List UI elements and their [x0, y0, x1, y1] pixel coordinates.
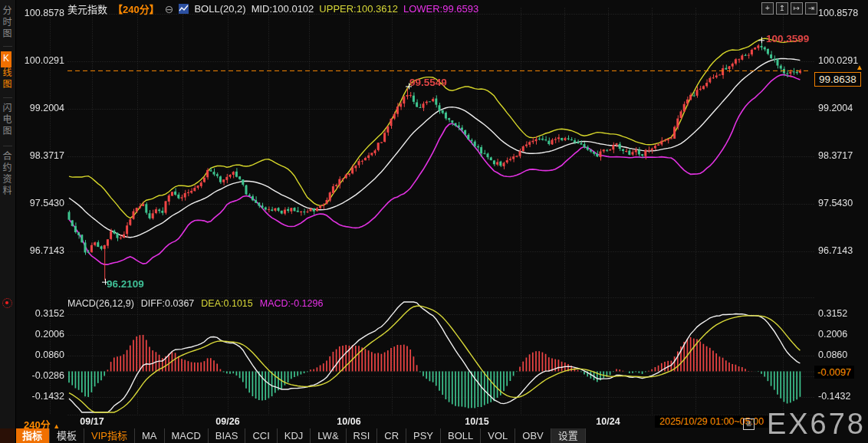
macd-y-label-right: -0.1432: [818, 391, 850, 402]
toolbar-item-vip[interactable]: VIP指标: [84, 428, 135, 443]
toolbar-item-rsi[interactable]: RSI: [347, 428, 378, 443]
x-date-label: 09/26: [215, 416, 239, 427]
watermark-logo-icon: ≡: [743, 418, 755, 430]
kline-tab-head: K: [1, 51, 12, 67]
macd-y-label-right: 0.0860: [818, 349, 847, 360]
pan-right-icon[interactable]: ⇥: [805, 2, 817, 15]
toolbar-item-macd[interactable]: MACD: [165, 428, 209, 443]
macd-y-label-right: 0.3152: [818, 308, 847, 319]
y-label-left: 99.2004: [30, 103, 64, 113]
trading-app-window: 美元指数 【240分】 ⊖ BOLL(20,2) MID:100.0102 UP…: [0, 0, 868, 443]
macd-y-label-left: -0.1432: [32, 391, 64, 402]
toolbar-item-boll[interactable]: BOLL: [441, 428, 481, 443]
watermark-text: EX678: [767, 408, 866, 441]
high-price-annotation: 100.3599: [766, 33, 809, 44]
y-label-left: 98.3717: [30, 150, 64, 161]
macd-current-badge: -0.0097: [814, 366, 854, 379]
toolbar-item-psy[interactable]: PSY: [406, 428, 441, 443]
price-chart-canvas[interactable]: [0, 0, 868, 443]
macd-dea-value: DEA:0.1015: [201, 298, 252, 309]
swing-high-annotation: 99.5549: [409, 77, 447, 88]
y-label-left: 100.0291: [25, 55, 64, 66]
macd-y-label-left: 0.0860: [35, 349, 64, 360]
sidebar-tab-kline[interactable]: K线图: [0, 51, 15, 90]
y-label-right: 96.7143: [818, 245, 853, 256]
sidebar-tab-contract[interactable]: 合约资料: [0, 151, 15, 197]
toolbar-item-bias[interactable]: BIAS: [209, 428, 246, 443]
axis-right-icon[interactable]: ↦: [791, 2, 803, 15]
toolbar-item-indicator[interactable]: 指标: [15, 428, 50, 443]
x-date-label: 09/17: [80, 416, 104, 427]
move-icon[interactable]: +: [761, 2, 774, 15]
macd-hist-value: MACD:-0.1296: [260, 298, 324, 309]
symbol-title: 美元指数: [67, 2, 107, 16]
toolbar-item-settings[interactable]: 设置: [551, 428, 586, 443]
boll-upper-value: UPPER:100.3612: [319, 3, 398, 15]
toolbar-item-ma[interactable]: MA: [135, 428, 165, 443]
collapse-icon[interactable]: ⊖: [165, 3, 174, 15]
boll-indicator-label: BOLL(20,2): [194, 3, 245, 15]
toolbar-item-cr[interactable]: CR: [377, 428, 406, 443]
corner-accent: [0, 428, 15, 443]
y-label-right: 100.8578: [818, 8, 858, 18]
period-label: 【240分】: [113, 2, 159, 16]
low-price-annotation: 96.2109: [107, 278, 144, 290]
chart-tool-icons: + ↥ ↦ ⇥: [761, 2, 817, 15]
y-label-right: 100.0291: [818, 55, 858, 66]
macd-y-label-left: 0.3152: [35, 308, 64, 319]
toolbar-item-template[interactable]: 模板: [50, 428, 84, 443]
toolbar-item-kdj[interactable]: KDJ: [278, 428, 311, 443]
axis-left-icon[interactable]: ↥: [776, 2, 788, 15]
macd-diff-value: DIFF:0.0367: [141, 298, 194, 309]
y-label-left: 96.7143: [30, 245, 64, 256]
y-label-left: 97.5430: [30, 198, 64, 208]
price-up-arrow-icon: ▲: [856, 63, 863, 71]
y-label-left: 100.8578: [25, 8, 64, 18]
sidebar-tab-timeline[interactable]: 分时图: [0, 5, 15, 40]
macd-y-label-right: 0.2006: [818, 329, 847, 340]
x-date-label: 10/15: [465, 416, 488, 427]
macd-indicator-label: MACD(26,12,9): [67, 298, 134, 309]
alert-sun-icon[interactable]: [2, 298, 12, 308]
boll-lower-value: LOWER:99.6593: [403, 3, 478, 15]
y-label-right: 99.2004: [818, 103, 853, 113]
chart-mode-sidebar: 分时图 K线图 闪电图 合约资料: [0, 0, 16, 443]
boll-mid-value: MID:100.0102: [252, 3, 314, 15]
macd-y-label-left: 0.2006: [35, 329, 64, 340]
toolbar-item-vol[interactable]: VOL: [481, 428, 515, 443]
indicator-chart-icon[interactable]: [179, 4, 189, 14]
sidebar-divider: [3, 97, 12, 98]
toolbar-item-obv[interactable]: OBV: [515, 428, 551, 443]
x-date-label: 10/24: [596, 416, 620, 427]
chart-header: 美元指数 【240分】 ⊖ BOLL(20,2) MID:100.0102 UP…: [67, 2, 478, 16]
current-price-badge: 99.8638: [814, 72, 861, 87]
toolbar-item-cci[interactable]: CCI: [245, 428, 277, 443]
macd-y-label-left: -0.0286: [32, 370, 64, 381]
macd-header: MACD(26,12,9) DIFF:0.0367 DEA:0.1015 MAC…: [67, 298, 323, 309]
y-label-right: 98.3717: [818, 150, 853, 161]
sidebar-tab-flash[interactable]: 闪电图: [0, 103, 15, 137]
toolbar-item-lw[interactable]: LW&: [311, 428, 346, 443]
indicator-toolbar: 指标 模板 VIP指标 MA MACD BIAS CCI KDJ LW& RSI…: [15, 428, 586, 443]
y-label-right: 97.5430: [818, 198, 853, 208]
sidebar-divider: [3, 146, 12, 146]
sidebar-divider: [3, 46, 12, 47]
x-date-label: 10/06: [337, 416, 360, 427]
kline-tab-rest: 线图: [1, 67, 12, 90]
